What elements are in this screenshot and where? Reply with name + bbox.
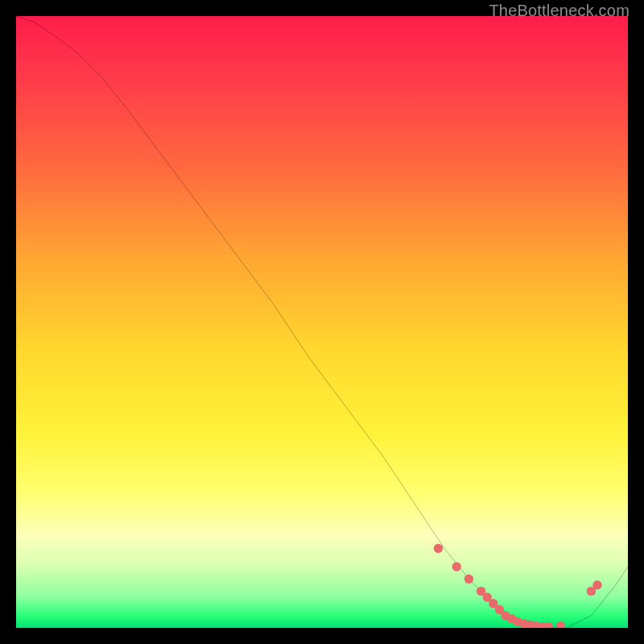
marker-group — [434, 544, 602, 629]
marker-dot — [544, 622, 553, 628]
curve-path — [16, 16, 628, 628]
marker-dot — [434, 544, 443, 553]
marker-dot — [592, 580, 601, 589]
marker-dot — [464, 575, 473, 584]
plot-area — [16, 16, 628, 628]
chart-stage: TheBottleneck.com — [0, 0, 644, 644]
chart-svg — [16, 16, 628, 628]
marker-dot — [452, 562, 461, 571]
marker-dot — [556, 621, 565, 628]
